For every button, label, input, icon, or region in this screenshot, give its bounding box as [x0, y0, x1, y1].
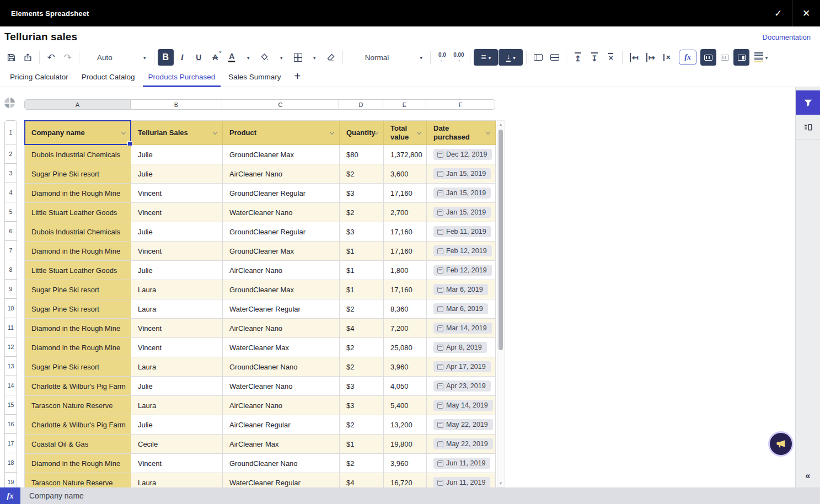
- cell-F2[interactable]: Dec 12, 2019: [427, 145, 496, 164]
- cell-F18[interactable]: Jun 11, 2019: [427, 454, 496, 473]
- row-height-button[interactable]: ▾: [750, 49, 772, 66]
- grid-view-button[interactable]: [717, 49, 733, 66]
- row-header-5[interactable]: 5: [4, 202, 17, 222]
- vertical-scrollbar[interactable]: ▲ ▼: [497, 120, 505, 487]
- cell-C18[interactable]: GroundCleaner Nano: [223, 454, 340, 473]
- vertical-align-button[interactable]: ↓ ▾: [499, 49, 523, 66]
- cell-D9[interactable]: $1: [340, 280, 384, 299]
- row-header-3[interactable]: 3: [4, 164, 17, 183]
- font-size-select[interactable]: Auto▾: [93, 49, 151, 66]
- chevron-down-icon[interactable]: [486, 130, 490, 134]
- cell-D2[interactable]: $80: [340, 145, 384, 164]
- cell-B2[interactable]: Julie: [131, 145, 223, 164]
- confirm-button[interactable]: ✓: [764, 0, 792, 26]
- strikethrough-button[interactable]: A°: [207, 49, 223, 66]
- cell-E3[interactable]: 3,600: [384, 164, 427, 184]
- italic-button[interactable]: I: [174, 49, 190, 66]
- cell-E8[interactable]: 1,800: [384, 261, 427, 280]
- documentation-link[interactable]: Documentation: [763, 33, 811, 41]
- cell-A6[interactable]: Dubois Industrial Chemicals: [25, 222, 131, 242]
- cell-A3[interactable]: Sugar Pine Ski resort: [25, 164, 131, 184]
- cell-D16[interactable]: $2: [340, 415, 384, 435]
- cell-C17[interactable]: AirCleaner Max: [223, 435, 340, 454]
- cell-A14[interactable]: Charlotte & Wilbur's Pig Farm: [25, 377, 131, 396]
- cell-C7[interactable]: GroundCleaner Max: [223, 242, 340, 261]
- tab-pricing-calculator[interactable]: Pricing Calculator: [4, 68, 74, 87]
- number-format-select[interactable]: Normal▾: [361, 49, 427, 66]
- redo-button[interactable]: ↷: [60, 49, 76, 66]
- cell-C6[interactable]: GroundCleaner Regular: [223, 222, 340, 242]
- header-cell-quantity[interactable]: Quantity: [340, 121, 384, 145]
- cell-D14[interactable]: $3: [340, 377, 384, 396]
- cell-A4[interactable]: Diamond in the Rough Mine: [25, 184, 131, 203]
- chevron-down-icon[interactable]: [213, 130, 217, 134]
- insert-column-left-button[interactable]: ↤: [626, 49, 642, 66]
- cell-F5[interactable]: Jan 15, 2019: [427, 203, 496, 222]
- row-header-13[interactable]: 13: [4, 357, 17, 376]
- header-cell-tellurian-sales[interactable]: Tellurian Sales: [131, 121, 223, 145]
- underline-button[interactable]: U: [191, 49, 207, 66]
- cell-C19[interactable]: WaterCleaner Regular: [223, 473, 340, 487]
- cell-F9[interactable]: Mar 6, 2019: [427, 280, 496, 299]
- cell-A2[interactable]: Dubois Industrial Chemicals: [25, 145, 131, 164]
- row-header-10[interactable]: 10: [4, 299, 17, 318]
- cell-F6[interactable]: Feb 11, 2019: [427, 222, 496, 242]
- announcements-button[interactable]: [770, 433, 792, 455]
- scroll-down-icon[interactable]: ▼: [497, 481, 504, 485]
- bold-button[interactable]: B: [158, 49, 174, 66]
- text-color-button[interactable]: A: [224, 49, 240, 66]
- column-header-E[interactable]: E: [383, 99, 426, 110]
- cell-A12[interactable]: Diamond in the Rough Mine: [25, 338, 131, 357]
- cell-E12[interactable]: 25,080: [384, 338, 427, 357]
- cell-D7[interactable]: $1: [340, 242, 384, 261]
- cell-E18[interactable]: 3,960: [384, 454, 427, 473]
- unmerge-cells-button[interactable]: [546, 49, 562, 66]
- row-header-17[interactable]: 17: [4, 434, 17, 453]
- cell-F17[interactable]: May 22, 2019: [427, 435, 496, 454]
- fill-color-dropdown[interactable]: ▾: [274, 49, 290, 66]
- borders-dropdown[interactable]: ▾: [307, 49, 323, 66]
- cell-F13[interactable]: Apr 17, 2019: [427, 357, 496, 377]
- row-header-16[interactable]: 16: [4, 415, 17, 434]
- cell-A8[interactable]: Little Stuart Leather Goods: [25, 261, 131, 280]
- borders-button[interactable]: [290, 49, 306, 66]
- data-view-button[interactable]: [700, 49, 716, 66]
- cell-B17[interactable]: Cecile: [131, 435, 223, 454]
- cell-C10[interactable]: WaterCleaner Regular: [223, 299, 340, 319]
- row-header-7[interactable]: 7: [4, 241, 17, 260]
- save-button[interactable]: [3, 49, 19, 66]
- cell-B7[interactable]: Vincent: [131, 242, 223, 261]
- cell-D15[interactable]: $3: [340, 396, 384, 415]
- row-header-18[interactable]: 18: [4, 453, 17, 473]
- cell-D17[interactable]: $1: [340, 435, 384, 454]
- column-header-C[interactable]: C: [222, 99, 339, 110]
- text-color-dropdown[interactable]: ▾: [240, 49, 256, 66]
- cell-B19[interactable]: Laura: [131, 473, 223, 487]
- merge-cells-button[interactable]: [530, 49, 546, 66]
- cell-E15[interactable]: 5,400: [384, 396, 427, 415]
- insert-column-right-button[interactable]: ↦: [642, 49, 658, 66]
- cell-C16[interactable]: AirCleaner Regular: [223, 415, 340, 435]
- row-header-1[interactable]: 1: [4, 120, 17, 144]
- cell-E16[interactable]: 13,200: [384, 415, 427, 435]
- clear-formatting-button[interactable]: [323, 49, 339, 66]
- formula-button[interactable]: fx: [679, 50, 696, 65]
- column-header-B[interactable]: B: [131, 99, 222, 110]
- cell-E7[interactable]: 17,160: [384, 242, 427, 261]
- cell-A5[interactable]: Little Stuart Leather Goods: [25, 203, 131, 222]
- card-view-button[interactable]: [733, 49, 749, 66]
- cell-B15[interactable]: Laura: [131, 396, 223, 415]
- cell-C4[interactable]: GroundCleaner Regular: [223, 184, 340, 203]
- row-header-12[interactable]: 12: [4, 337, 17, 357]
- cell-E2[interactable]: 1,372,800: [384, 145, 427, 164]
- cell-A18[interactable]: Diamond in the Rough Mine: [25, 454, 131, 473]
- collapse-sidebar-button[interactable]: «: [796, 471, 820, 481]
- cell-D13[interactable]: $2: [340, 357, 384, 377]
- insert-row-above-button[interactable]: ↥: [570, 49, 586, 66]
- cell-E14[interactable]: 4,050: [384, 377, 427, 396]
- cell-C12[interactable]: WaterCleaner Max: [223, 338, 340, 357]
- cell-A13[interactable]: Sugar Pine Ski resort: [25, 357, 131, 377]
- cell-E9[interactable]: 17,160: [384, 280, 427, 299]
- column-header-F[interactable]: F: [426, 99, 495, 110]
- chevron-down-icon[interactable]: [330, 130, 334, 134]
